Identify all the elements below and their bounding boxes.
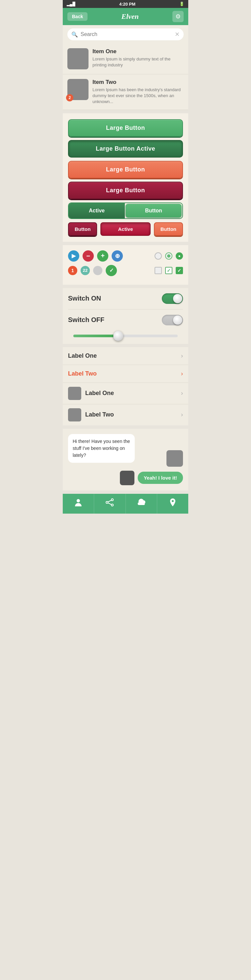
battery-icon: 🔋 (180, 2, 184, 6)
search-bar: 🔍 ✕ (67, 29, 184, 40)
label-icon-two-text: Label Two (85, 411, 114, 418)
header: Back Elven ⚙ (63, 8, 188, 25)
list-section: Item One Lorem Ipsum is simply dummy tex… (63, 44, 188, 110)
cloud-upload-icon (137, 498, 146, 509)
toggle-button-group: Active Button (68, 202, 183, 219)
status-time: 4:20 PM (119, 2, 135, 6)
small-button-active[interactable]: Active (100, 222, 150, 236)
tab-person[interactable] (63, 494, 94, 514)
tab-location[interactable] (157, 494, 188, 514)
toggle-button[interactable]: Button (126, 204, 182, 218)
large-button-active[interactable]: Large Button Active (68, 140, 183, 158)
small-button-3[interactable]: Button (154, 222, 183, 236)
svg-point-0 (76, 499, 80, 503)
small-button-1[interactable]: Button (68, 222, 97, 236)
radio-off[interactable] (154, 252, 162, 259)
chat-avatar-outgoing (120, 471, 134, 485)
chevron-right-icon: › (181, 411, 183, 418)
search-clear-icon[interactable]: ✕ (175, 31, 180, 38)
toggle-switch-on[interactable] (162, 293, 183, 304)
chat-row-incoming: Hi there! Have you seen the stuff I've b… (68, 434, 183, 467)
search-section: 🔍 ✕ (63, 25, 188, 44)
svg-point-2 (106, 501, 108, 503)
label-left: Label One (68, 387, 114, 400)
switches-section: Switch ON Switch OFF (63, 288, 188, 331)
item-badge: 2 (66, 94, 73, 102)
toggle-active-button[interactable]: Active (69, 203, 125, 218)
label-icon-row-one[interactable]: Label One › (63, 383, 188, 404)
minus-icon[interactable]: − (83, 250, 94, 262)
chevron-right-icon: › (181, 390, 183, 397)
chat-bubble-incoming: Hi there! Have you seen the stuff I've b… (68, 434, 135, 463)
search-icon: 🔍 (71, 31, 78, 38)
svg-line-5 (108, 503, 111, 505)
label-icon-2 (68, 408, 81, 422)
share-icon (105, 498, 114, 509)
label-two-text: Label Two (68, 370, 97, 377)
badge-2: 22 (81, 266, 90, 275)
location-icon (168, 498, 177, 509)
large-button-dark-red[interactable]: Large Button (68, 182, 183, 199)
app-title: Elven (121, 12, 139, 21)
label-icon-row-two[interactable]: Label Two › (63, 404, 188, 425)
gear-icon: ⚙ (175, 13, 181, 20)
badge-1: 1 (68, 266, 77, 275)
label-row-one[interactable]: Label One › (63, 347, 188, 365)
controls-row-2: 1 22 ✓ ✓ ✓ (68, 265, 183, 276)
label-icon-one-text: Label One (85, 390, 114, 397)
toggle-switch-off[interactable] (162, 315, 183, 325)
label-icon-1 (68, 387, 81, 400)
plus-icon[interactable]: + (97, 250, 108, 262)
svg-point-1 (111, 499, 113, 501)
radio-outline[interactable] (165, 252, 172, 259)
settings-button[interactable]: ⚙ (172, 11, 184, 22)
checkmark-icon[interactable]: ✓ (106, 265, 117, 276)
label-left: Label Two (68, 408, 114, 422)
tab-share[interactable] (94, 494, 126, 514)
chevron-right-icon[interactable]: ▶ (68, 250, 79, 262)
label-one-text: Label One (68, 352, 97, 360)
tab-cloud-upload[interactable] (126, 494, 157, 514)
item-title: Item Two (92, 79, 184, 86)
slider-thumb[interactable] (113, 331, 123, 341)
svg-point-3 (111, 504, 113, 506)
item-text: Item Two Lorem Ipsum has been the indust… (92, 79, 184, 105)
controls-section: ▶ − + ⊕ 1 22 ✓ ✓ ✓ (63, 245, 188, 285)
chat-avatar-incoming (167, 450, 183, 467)
signal-icon: ▂▄█ (67, 2, 75, 6)
label-row-two[interactable]: Label Two › (63, 365, 188, 383)
chat-section: Hi there! Have you seen the stuff I've b… (63, 429, 188, 490)
radio-on[interactable] (176, 252, 183, 259)
gray-circle (93, 266, 102, 275)
svg-line-4 (108, 500, 111, 502)
switch-off-row: Switch OFF (68, 310, 183, 331)
list-item[interactable]: Item One Lorem Ipsum is simply dummy tex… (63, 44, 188, 74)
switch-on-row: Switch ON (68, 288, 183, 310)
item-description: Lorem Ipsum is simply dummy text of the … (92, 56, 184, 68)
list-item[interactable]: 2 Item Two Lorem Ipsum has been the indu… (63, 74, 188, 110)
chat-bubble-wrapper: Hi there! Have you seen the stuff I've b… (68, 434, 163, 467)
switch-off-label: Switch OFF (68, 316, 104, 324)
item-text: Item One Lorem Ipsum is simply dummy tex… (92, 48, 184, 68)
large-button-orange[interactable]: Large Button (68, 161, 183, 178)
switch-on-label: Switch ON (68, 294, 101, 302)
status-bar: ▂▄█ 4:20 PM 🔋 (63, 0, 188, 8)
buttons-section: Large Button Large Button Active Large B… (63, 113, 188, 242)
labels-section: Label One › Label Two › Label One › Labe… (63, 347, 188, 425)
chat-bubble-outgoing: Yeah! I love it! (138, 472, 183, 484)
controls-row-1: ▶ − + ⊕ (68, 250, 183, 262)
small-buttons-row: Button Active Button (68, 222, 183, 236)
slider-track (73, 335, 178, 337)
chat-row-outgoing: Yeah! I love it! (68, 471, 183, 485)
chevron-right-icon: › (181, 352, 183, 360)
item-thumbnail: 2 (67, 79, 89, 100)
slider-section (63, 331, 188, 344)
back-button[interactable]: Back (67, 12, 87, 21)
search-input[interactable] (81, 31, 172, 37)
item-thumbnail (67, 48, 89, 69)
checkbox-filled[interactable]: ✓ (176, 267, 183, 274)
add-circle-icon[interactable]: ⊕ (112, 250, 123, 262)
checkbox-off[interactable] (154, 267, 162, 274)
checkbox-outline[interactable]: ✓ (165, 267, 172, 274)
large-button[interactable]: Large Button (68, 119, 183, 137)
